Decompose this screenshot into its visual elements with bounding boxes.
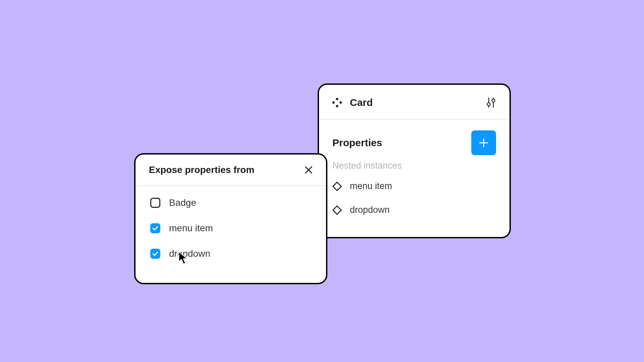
panel-header: Card [319,85,509,120]
panel-title: Card [350,97,373,108]
svg-rect-11 [333,206,341,214]
add-property-button[interactable] [471,130,496,155]
dialog-body: Badge menu item dropdown [136,186,326,270]
svg-rect-10 [333,182,341,190]
checkbox-checked[interactable] [150,223,160,233]
properties-panel: Card Properties [318,83,511,238]
expose-properties-dialog: Expose properties from Badge menu i [134,153,327,284]
nested-instance-item[interactable]: dropdown [332,205,496,215]
close-icon [304,165,313,175]
svg-rect-1 [332,101,335,104]
svg-rect-0 [335,98,338,101]
check-icon [152,226,158,231]
instance-label: dropdown [350,205,390,215]
nested-instances-label: Nested instances [332,161,496,171]
instance-icon [332,205,342,215]
component-set-icon [332,98,342,107]
panel-body: Properties Nested instances menu item [319,120,509,242]
plus-icon [478,137,489,148]
properties-label: Properties [332,137,382,148]
checkbox-row-dropdown[interactable]: dropdown [150,248,311,259]
close-button[interactable] [303,165,314,175]
nested-instance-item[interactable]: menu item [332,181,496,191]
checkbox-label: dropdown [169,248,210,259]
panel-title-wrap: Card [332,97,373,108]
checkbox-row-menu-item[interactable]: menu item [150,223,311,234]
checkbox-unchecked[interactable] [150,198,160,208]
svg-point-7 [492,99,495,102]
checkbox-row-badge[interactable]: Badge [150,197,311,208]
checkbox-label: Badge [169,197,196,208]
instance-label: menu item [350,181,392,191]
svg-rect-3 [335,105,338,107]
svg-rect-2 [339,101,342,104]
instance-icon [332,182,342,191]
checkbox-checked[interactable] [150,249,160,259]
check-icon [152,251,158,256]
dialog-header: Expose properties from [136,155,326,186]
svg-point-5 [487,103,490,106]
sliders-icon[interactable] [486,98,496,108]
properties-row: Properties [332,130,496,155]
checkbox-label: menu item [169,223,213,234]
dialog-title: Expose properties from [149,165,254,175]
